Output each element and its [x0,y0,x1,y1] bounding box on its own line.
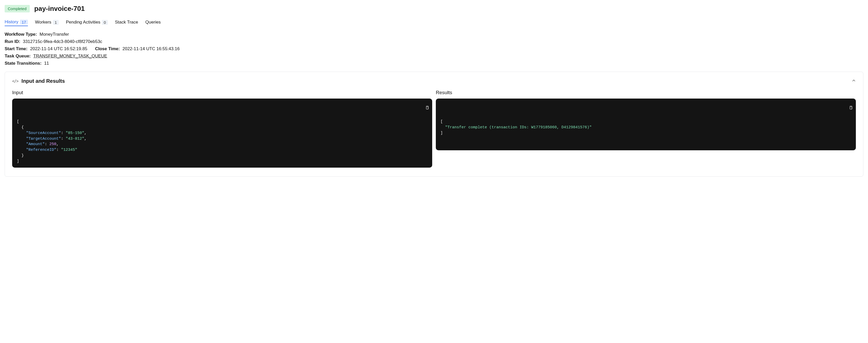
tab-count: 17 [20,20,28,25]
start-time-value: 2022-11-14 UTC 16:52:19.85 [30,46,87,52]
tab-workers[interactable]: Workers1 [35,20,59,26]
run-id-label: Run ID: [5,39,20,44]
tab-label: Workers [35,20,52,25]
tabs: History17Workers1Pending Activities0Stac… [5,20,863,26]
tab-count: 0 [102,20,107,25]
input-heading: Input [12,90,432,95]
tab-label: Pending Activities [66,20,100,25]
tab-label: Stack Trace [115,20,138,25]
close-time-value: 2022-11-14 UTC 16:55:43.16 [123,46,180,52]
code-icon: </> [12,79,18,84]
input-results-panel: </> Input and Results Input [ { "SourceA… [5,72,863,177]
start-time-label: Start Time: [5,46,28,52]
close-time-label: Close Time: [95,46,120,52]
copy-results-button[interactable] [838,101,853,115]
results-heading: Results [436,90,856,95]
tab-stack-trace[interactable]: Stack Trace [115,20,138,26]
tab-history[interactable]: History17 [5,20,28,26]
workflow-type-label: Workflow Type: [5,32,37,37]
panel-header: </> Input and Results [12,78,856,84]
task-queue-label: Task Queue: [5,54,31,59]
tab-label: History [5,20,18,25]
copy-input-button[interactable] [414,101,429,115]
run-id-value: 3312715c-9fea-4dc3-8040-cf8f270eb53c [23,39,102,44]
input-code-block: [ { "SourceAccount": "85-150", "TargetAc… [12,98,432,168]
tab-count: 1 [53,20,59,25]
results-code-block: [ "Transfer complete (transaction IDs: W… [436,98,856,150]
task-queue-link[interactable]: TRANSFER_MONEY_TASK_QUEUE [33,54,107,59]
tab-label: Queries [145,20,161,25]
results-column: Results [ "Transfer complete (transactio… [436,90,856,168]
tab-queries[interactable]: Queries [145,20,161,26]
collapse-toggle-icon[interactable] [852,79,856,84]
panel-title: Input and Results [22,78,65,84]
workflow-type-value: MoneyTransfer [39,32,69,37]
workflow-meta: Workflow Type: MoneyTransfer Run ID: 331… [5,32,863,66]
input-column: Input [ { "SourceAccount": "85-150", "Ta… [12,90,432,168]
state-transitions-label: State Transitions: [5,61,42,66]
page-title: pay-invoice-701 [34,5,85,13]
status-badge: Completed [5,5,30,12]
header-row: Completed pay-invoice-701 [5,5,863,13]
tab-pending-activities[interactable]: Pending Activities0 [66,20,108,26]
state-transitions-value: 11 [44,61,49,66]
